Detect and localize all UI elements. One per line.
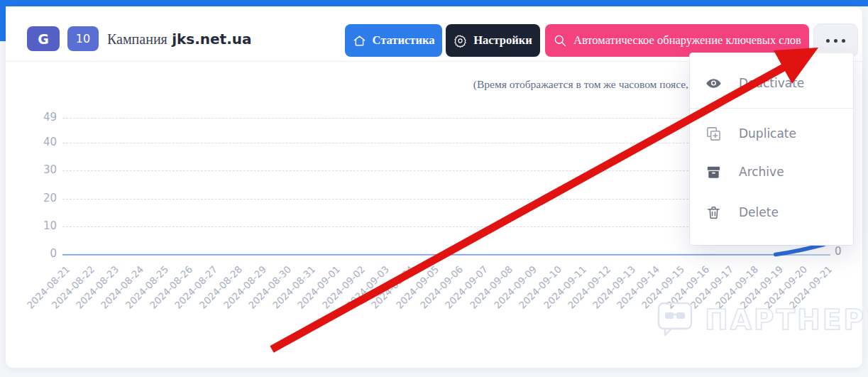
statistics-label: Статистика <box>373 33 435 48</box>
duplicate-icon <box>705 126 722 142</box>
google-g-icon: G <box>27 26 60 51</box>
menu-item-label: Archive <box>739 165 784 179</box>
trash-icon <box>705 204 722 221</box>
home-icon <box>353 34 366 48</box>
more-actions-dropdown: DeactivateDuplicateArchiveDelete <box>690 53 853 245</box>
y-axis-tick: 40 <box>27 136 57 148</box>
page: G 10 Кампания jks.net.ua Статистика Наст… <box>0 0 868 377</box>
gridline <box>62 254 830 256</box>
settings-label: Настройки <box>473 33 532 48</box>
statistics-button[interactable]: Статистика <box>345 24 442 57</box>
y-axis-tick: 20 <box>27 192 57 204</box>
glasses-bubble-icon <box>657 301 695 338</box>
menu-item-deactivate[interactable]: Deactivate <box>690 70 853 96</box>
menu-item-label: Deactivate <box>739 76 804 90</box>
y-axis-tick: 30 <box>27 163 57 176</box>
settings-button[interactable]: Настройки <box>446 24 540 57</box>
page-top-band <box>0 0 868 6</box>
menu-item-archive[interactable]: Archive <box>690 159 853 185</box>
ellipsis-icon <box>826 39 830 43</box>
y-axis-tick: 49 <box>27 111 57 124</box>
page-title: Кампания jks.net.ua <box>107 31 252 48</box>
menu-item-label: Duplicate <box>739 126 796 141</box>
archive-icon <box>705 164 722 180</box>
ellipsis-icon <box>834 39 837 43</box>
campaign-domain: jks.net.ua <box>172 31 251 48</box>
auto-keyword-detection-label: Автоматическое обнаружение ключевых слов <box>573 33 801 48</box>
menu-item-label: Delete <box>739 205 779 219</box>
watermark: ПАРТНЕРКИН <box>657 301 868 338</box>
eye-icon <box>705 75 722 92</box>
more-actions-button[interactable] <box>813 23 858 58</box>
y-axis-tick: 10 <box>27 219 57 232</box>
auto-keyword-detection-button[interactable]: Автоматическое обнаружение ключевых слов <box>545 24 809 57</box>
menu-separator <box>690 108 853 109</box>
ellipsis-icon <box>842 39 845 43</box>
menu-item-duplicate[interactable]: Duplicate <box>690 121 853 146</box>
page-left-band <box>0 0 6 41</box>
y-axis-tick: 0 <box>27 247 57 260</box>
gear-icon <box>454 34 467 48</box>
timezone-note: (Время отображается в том же часовом поя… <box>473 78 688 91</box>
search-icon <box>553 33 567 48</box>
campaign-title-prefix: Кампания <box>107 31 167 47</box>
menu-item-delete[interactable]: Delete <box>690 200 853 225</box>
campaign-count-badge: 10 <box>67 26 99 51</box>
watermark-text: ПАРТНЕРКИН <box>705 304 868 336</box>
chart-end-value: 0 <box>835 245 842 258</box>
